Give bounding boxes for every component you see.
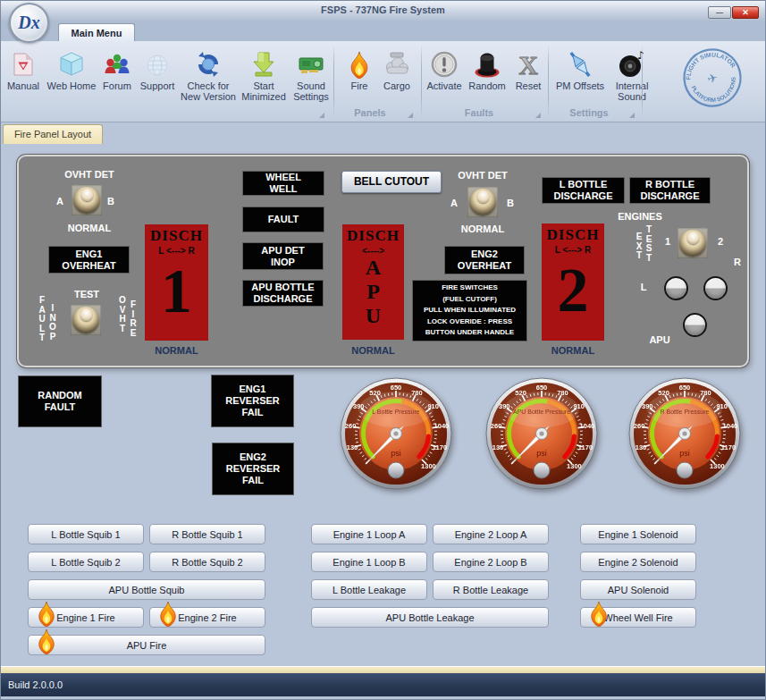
button-apu-bottle-leakage[interactable]: APU Bottle Leakage [311, 607, 549, 628]
svg-text:650: 650 [536, 384, 548, 392]
disch-apu-letters: A P U [342, 256, 404, 328]
activate-icon [425, 45, 464, 79]
support-icon [137, 45, 178, 79]
button-apu-solenoid[interactable]: APU Solenoid [580, 579, 696, 600]
ribbon-button-reset[interactable]: X Reset [510, 45, 546, 91]
ribbon-button-fire[interactable]: Fire [342, 45, 376, 91]
r-bottle-pressure-gauge: 130260390520650780910104011701300R Bottl… [628, 377, 741, 490]
button-engine-1-solenoid[interactable]: Engine 1 Solenoid [580, 524, 696, 544]
r-test-button[interactable] [703, 276, 728, 300]
svg-text:psi: psi [679, 449, 690, 458]
ribbon-button-internal-sound[interactable]: ♪ Internal Sound [609, 45, 655, 102]
button-wheel-well-fire[interactable]: Wheel Well Fire [580, 607, 696, 628]
button-engine-2-loop-a[interactable]: Engine 2 Loop A [433, 524, 549, 544]
ribbon-button-sound-settings[interactable]: Sound Settings [290, 45, 332, 102]
app-menu-logo[interactable]: Dx [9, 3, 49, 43]
apu-bottle-discharge-annunciator: APU BOTTLE DISCHARGE [242, 280, 324, 307]
disch-apu-display: DISCH <----> A P U [342, 224, 404, 340]
ovht-det-left-switch[interactable] [72, 185, 102, 215]
button-r-bottle-squib-2[interactable]: R Bottle Squib 2 [149, 552, 265, 572]
ribbon-button-check-version[interactable]: Check for New Version [180, 45, 237, 102]
disch-2-normal: NORMAL [542, 345, 604, 356]
apu-bottle-pressure-gauge: 130260390520650780910104011701300APU Bot… [485, 377, 598, 490]
close-button[interactable]: ✕ [732, 6, 759, 19]
tab-fire-panel-layout[interactable]: Fire Panel Layout [3, 124, 103, 144]
disch-apu-title: DISCH [342, 227, 404, 245]
svg-text:psi: psi [536, 449, 547, 458]
bell-cutout-button[interactable]: BELL CUTOUT [341, 171, 442, 193]
svg-text:X: X [518, 50, 538, 79]
check-version-icon [180, 45, 237, 79]
eng1-reverser-fail-annunciator: ENG1 REVERSER FAIL [211, 375, 294, 427]
button-engine-1-loop-b[interactable]: Engine 1 Loop B [311, 552, 427, 572]
engines-test-switch[interactable] [678, 228, 708, 258]
ovht-det-right-normal: NORMAL [442, 223, 523, 234]
ovht-det-left-title: OVHT DET [53, 169, 126, 180]
button-engine-2-fire[interactable]: Engine 2 Fire [149, 607, 265, 628]
minimize-button[interactable]: — [708, 6, 731, 19]
button-engine-1-fire[interactable]: Engine 1 Fire [28, 607, 144, 628]
disch-1-normal: NORMAL [145, 345, 208, 356]
fire-test-switch[interactable] [71, 305, 101, 335]
fsps-stamp-logo: FLIGHT SIMULATOR PLATFORM SOLUTIONS ✈ [680, 43, 745, 116]
svg-text:1170: 1170 [721, 443, 736, 451]
fire-icon [342, 45, 376, 79]
l-test-button[interactable] [664, 276, 688, 300]
cargo-smoke-icon [378, 45, 416, 79]
ribbon-button-cargo[interactable]: Cargo [378, 45, 416, 91]
button-l-bottle-squib-2[interactable]: L Bottle Squib 2 [28, 552, 144, 572]
ribbon-button-pm-offsets[interactable]: PM Offsets [553, 45, 607, 91]
svg-text:1300: 1300 [421, 462, 436, 470]
svg-text:260: 260 [491, 422, 502, 430]
group-launcher-arrow[interactable] [629, 113, 635, 118]
fire-panel: OVHT DET A B NORMAL ENG1 OVERHEAT TEST F… [17, 155, 749, 367]
disch-2-number: 2 [542, 264, 604, 317]
button-r-bottle-squib-1[interactable]: R Bottle Squib 1 [149, 524, 265, 544]
button-l-bottle-squib-1[interactable]: L Bottle Squib 1 [28, 524, 144, 544]
button-engine-1-loop-a[interactable]: Engine 1 Loop A [311, 524, 427, 544]
ribbon-button-activate[interactable]: Activate [425, 45, 464, 91]
button-l-bottle-leakage[interactable]: L Bottle Leakage [311, 579, 427, 600]
bottom-edge-strip [1, 696, 765, 700]
ribbon-button-support[interactable]: Support [137, 45, 178, 91]
fire-icon [36, 629, 57, 654]
internal-sound-icon: ♪ [609, 45, 655, 79]
ribbon-button-manual[interactable]: Manual [3, 45, 44, 91]
disch-apu-arrow: <----> [342, 246, 404, 256]
logo-text: Dx [18, 13, 39, 32]
group-label-faults: Faults [430, 107, 528, 120]
group-label-settings: Settings [552, 107, 626, 120]
ribbon-button-start-minimized[interactable]: Start Minimized [239, 45, 289, 102]
app-window: FSPS - 737NG Fire System — ✕ Dx Main Men… [0, 0, 766, 700]
engines-title: ENGINES [600, 211, 680, 222]
random-fault-annunciator: RANDOM FAULT [18, 375, 102, 427]
disch-2-title: DISCH [542, 226, 604, 244]
ribbon-button-random[interactable]: Random [466, 45, 509, 91]
apu-test-button[interactable] [683, 313, 707, 337]
fire-vertical-label: F I R E [128, 300, 139, 338]
button-engine-2-loop-b[interactable]: Engine 2 Loop B [433, 552, 549, 572]
ribbon-button-web-home[interactable]: Web Home [46, 45, 97, 91]
disch-2-direction: L <---> R [542, 245, 604, 255]
disch-1-display: DISCH L <---> R 1 [145, 224, 208, 341]
button-engine-2-solenoid[interactable]: Engine 2 Solenoid [580, 552, 696, 572]
svg-text:1170: 1170 [433, 443, 447, 451]
ovht-det-left-normal: NORMAL [53, 223, 126, 233]
svg-text:1040: 1040 [434, 422, 450, 430]
group-launcher-arrow[interactable] [319, 113, 324, 118]
forum-icon [99, 45, 135, 79]
ribbon-button-forum[interactable]: Forum [99, 45, 135, 91]
group-launcher-arrow[interactable] [408, 113, 413, 118]
ribbon-divider [548, 44, 549, 119]
button-r-bottle-leakage[interactable]: R Bottle Leakage [433, 579, 549, 600]
tab-main-menu[interactable]: Main Menu [58, 23, 135, 42]
group-launcher-arrow[interactable] [535, 113, 541, 118]
svg-text:130: 130 [492, 443, 504, 451]
button-apu-fire[interactable]: APU Fire [28, 635, 265, 655]
eng2-overheat-annunciator: ENG2 OVERHEAT [444, 246, 525, 274]
ovht-det-right-switch[interactable] [467, 187, 498, 217]
inop-vertical-label: I N O P [47, 304, 58, 342]
svg-text:260: 260 [634, 422, 645, 430]
svg-text:130: 130 [347, 443, 358, 451]
button-apu-bottle-squib[interactable]: APU Bottle Squib [28, 579, 265, 600]
